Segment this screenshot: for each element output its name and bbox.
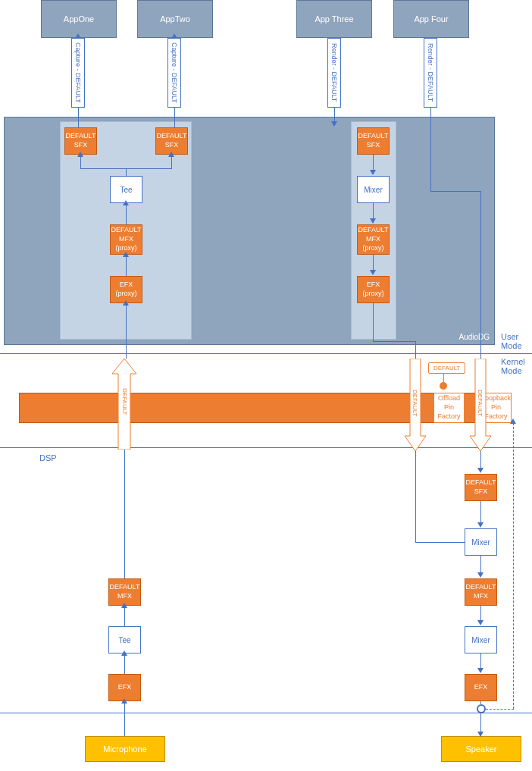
app-four: App Four — [393, 0, 469, 38]
divider-user-kernel — [0, 353, 532, 354]
audiodg-label: AudioDG — [458, 333, 490, 341]
dsp-right-sfx: DEFAULT SFX — [465, 474, 497, 501]
capture-sfx-2: DEFAULT SFX — [155, 127, 188, 155]
capture-efx-proxy: EFX (proxy) — [110, 276, 142, 303]
loopback-arrow — [510, 418, 516, 424]
offload-dot — [440, 382, 447, 390]
default-badge: DEFAULT — [428, 362, 465, 374]
app-three: App Three — [296, 0, 372, 38]
dsp-right-mfx: DEFAULT MFX — [465, 578, 497, 606]
big-arrow-capture-label: DEFAULT — [121, 388, 128, 415]
loopback-dash-h — [486, 709, 514, 710]
pipe-capture-1: Capture - DEFAULT — [71, 38, 85, 108]
divider-kernel-dsp — [0, 447, 532, 448]
dsp-right-mixer-1: Mixer — [465, 528, 497, 556]
pipe-capture-2: Capture - DEFAULT — [167, 38, 181, 108]
dsp-left-mfx: DEFAULT MFX — [108, 578, 141, 606]
app-one: AppOne — [41, 0, 117, 38]
big-arrow-render-offload-label: DEFAULT — [477, 390, 483, 416]
divider-dsp-hw — [0, 713, 532, 713]
capture-mfx-proxy: DEFAULT MFX (proxy) — [110, 224, 142, 255]
render-sfx: DEFAULT SFX — [357, 127, 390, 155]
pipe-render-2: Render - DEFAULT — [424, 38, 437, 108]
pipe-render-1: Render - DEFAULT — [327, 38, 341, 108]
microphone: Microphone — [85, 736, 165, 762]
dsp-right-efx: EFX — [465, 674, 497, 701]
dsp-label: DSP — [39, 453, 57, 462]
dsp-left-efx: EFX — [108, 674, 141, 701]
offload-pin-factory: Offload Pin Factory — [433, 393, 465, 423]
app-two: AppTwo — [137, 0, 213, 38]
feedback-node — [477, 704, 486, 713]
dsp-left-tee: Tee — [108, 626, 141, 653]
big-arrow-render-shared-label: DEFAULT — [412, 390, 418, 416]
speaker: Speaker — [441, 736, 521, 762]
dsp-right-mixer-2: Mixer — [465, 626, 497, 653]
loopback-dash-v — [513, 423, 514, 709]
render-mfx-proxy: DEFAULT MFX (proxy) — [357, 224, 390, 255]
user-mode-label: User Mode — [501, 332, 522, 350]
capture-sfx-1: DEFAULT SFX — [64, 127, 97, 155]
render-mixer: Mixer — [357, 176, 390, 203]
render-efx-proxy: EFX (proxy) — [357, 276, 390, 303]
kernel-mode-label: Kernel Mode — [501, 357, 525, 375]
capture-tee: Tee — [110, 176, 142, 203]
